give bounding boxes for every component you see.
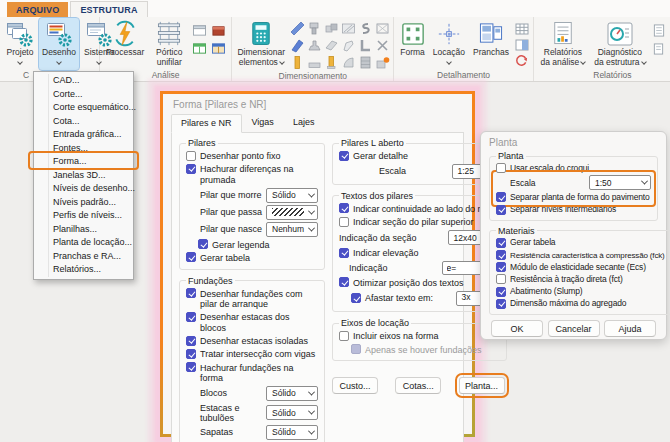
element-icon[interactable] bbox=[289, 55, 305, 70]
checkbox-label: Dimensão máxima do agregado bbox=[510, 299, 626, 309]
element-icon[interactable] bbox=[306, 38, 322, 53]
separar-planta-checkbox[interactable] bbox=[496, 192, 506, 202]
hachurar-prumada-checkbox[interactable] bbox=[186, 164, 196, 174]
afastar-texto-checkbox[interactable] bbox=[351, 293, 361, 303]
menu-item-corte-esquematico[interactable]: Corte esquemático... bbox=[34, 101, 133, 115]
estacas-isoladas-checkbox[interactable] bbox=[186, 336, 196, 346]
element-icon[interactable] bbox=[357, 21, 373, 36]
element-icon[interactable] bbox=[374, 55, 390, 70]
fck-checkbox[interactable] bbox=[496, 250, 506, 260]
menu-item-forma[interactable]: Forma... bbox=[34, 155, 133, 169]
ecs-checkbox[interactable] bbox=[496, 262, 506, 272]
processar-button[interactable]: Processar bbox=[103, 18, 147, 70]
agregado-checkbox[interactable] bbox=[496, 299, 506, 309]
menu-item-perfis-de-niveis[interactable]: Perfis de níveis... bbox=[34, 209, 133, 223]
portico-unifilar-button[interactable]: Pórtico unifilar bbox=[149, 18, 189, 70]
dimensionar-elementos-button[interactable]: Dimensionar elementos bbox=[235, 18, 287, 70]
pilar-que-morre-select[interactable]: Sólido bbox=[266, 188, 318, 203]
usar-escala-croqui-checkbox[interactable] bbox=[496, 163, 506, 173]
separar-niveis-checkbox[interactable] bbox=[496, 205, 506, 215]
element-icon[interactable] bbox=[323, 38, 339, 53]
pilar-que-passa-select[interactable] bbox=[266, 205, 318, 220]
incluir-eixos-checkbox[interactable] bbox=[339, 331, 349, 341]
element-icon[interactable] bbox=[374, 21, 390, 36]
element-icon[interactable] bbox=[323, 55, 339, 70]
pranchas-button[interactable]: Pranchas bbox=[470, 18, 512, 70]
ribbon-tab-strip: ARQUIVO ESTRUTURA bbox=[0, 0, 670, 17]
desenho-button[interactable]: Desenho bbox=[39, 18, 79, 70]
sapatas-select[interactable]: Sólido bbox=[266, 425, 318, 440]
planta-escala-select[interactable]: 1:50 bbox=[589, 175, 651, 190]
locacao-button[interactable]: Locação bbox=[430, 18, 468, 70]
element-icon[interactable] bbox=[289, 38, 305, 53]
continuidade-checkbox[interactable] bbox=[339, 203, 349, 213]
relatorios-analise-button[interactable]: Relatórios da análise bbox=[537, 18, 589, 70]
estacas-tubuloes-select[interactable]: Sólido bbox=[266, 405, 318, 420]
element-icon[interactable] bbox=[357, 55, 373, 70]
planta-ok-button[interactable]: OK bbox=[491, 320, 543, 337]
small-page-icon[interactable] bbox=[651, 41, 667, 56]
secao-superior-checkbox[interactable] bbox=[339, 217, 349, 227]
fct-checkbox[interactable] bbox=[496, 274, 506, 284]
fundacoes-legend: Fundações bbox=[186, 276, 235, 286]
green-table-icon[interactable] bbox=[191, 41, 207, 56]
pilar-que-nasce-select[interactable]: Nenhum bbox=[266, 222, 318, 237]
menu-item-cad[interactable]: CAD... bbox=[34, 74, 133, 88]
element-icon[interactable] bbox=[340, 55, 356, 70]
element-icon[interactable] bbox=[306, 55, 322, 70]
menu-item-cota[interactable]: Cota... bbox=[34, 115, 133, 129]
element-icon[interactable] bbox=[374, 38, 390, 53]
planta-ajuda-button[interactable]: Ajuda bbox=[604, 320, 656, 337]
page-icon[interactable] bbox=[651, 23, 667, 38]
interseccao-vigas-checkbox[interactable] bbox=[186, 349, 196, 359]
checkbox-label: Hachurar fundações na forma bbox=[200, 362, 318, 383]
element-icon[interactable] bbox=[340, 38, 356, 53]
tab-estrutura[interactable]: ESTRUTURA bbox=[70, 1, 147, 17]
menu-item-pranchas-e-ra[interactable]: Pranchas e RA... bbox=[34, 250, 133, 264]
element-icon[interactable] bbox=[357, 38, 373, 53]
grid-table-icon[interactable] bbox=[514, 21, 530, 36]
gerar-tabela-checkbox[interactable] bbox=[186, 252, 196, 262]
pilares-l-legend: Pilares L aberto bbox=[339, 138, 406, 148]
menu-item-corte[interactable]: Corte... bbox=[34, 88, 133, 102]
menu-item-planta-de-locacao[interactable]: Planta de locação... bbox=[34, 236, 133, 250]
gerar-legenda-checkbox[interactable] bbox=[198, 239, 208, 249]
element-icon[interactable] bbox=[340, 21, 356, 36]
menu-item-entrada-grafica[interactable]: Entrada gráfica... bbox=[34, 128, 133, 142]
element-icon[interactable] bbox=[306, 21, 322, 36]
desenhar-ponto-fixo-checkbox[interactable] bbox=[186, 151, 196, 161]
estacas-blocos-checkbox[interactable] bbox=[186, 312, 196, 322]
hachurar-fundacoes-checkbox[interactable] bbox=[186, 362, 196, 372]
blocos-select[interactable]: Sólido bbox=[266, 386, 318, 401]
tab-pilares-e-nr[interactable]: Pilares e NR bbox=[171, 114, 242, 133]
menu-item-niveis-de-desenho[interactable]: Níveis de desenho... bbox=[34, 182, 133, 196]
fundacoes-arranque-checkbox[interactable] bbox=[186, 288, 196, 298]
tab-vigas[interactable]: Vigas bbox=[243, 114, 283, 133]
menu-item-janelas-3d[interactable]: Janelas 3D... bbox=[34, 169, 133, 183]
results-window-icon[interactable] bbox=[191, 23, 207, 38]
forma-button[interactable]: Forma bbox=[397, 18, 428, 70]
load-table-icon[interactable] bbox=[210, 23, 226, 38]
materiais-gerar-tabela-checkbox[interactable] bbox=[496, 238, 506, 248]
cotas-button[interactable]: Cotas... bbox=[395, 377, 441, 394]
panel-icon[interactable] bbox=[514, 37, 530, 52]
indicar-elevacao-checkbox[interactable] bbox=[339, 248, 349, 258]
diagnostico-button[interactable]: Diagnóstico da estrutura bbox=[591, 18, 649, 70]
custo-button[interactable]: Custo... bbox=[332, 377, 378, 394]
projeto-button[interactable]: Projeto bbox=[3, 18, 37, 70]
otimizar-textos-checkbox[interactable] bbox=[339, 277, 349, 287]
element-icon[interactable] bbox=[323, 21, 339, 36]
menu-item-planilhas[interactable]: Planilhas... bbox=[34, 223, 133, 237]
menu-item-fontes[interactable]: Fontes... bbox=[34, 142, 133, 156]
menu-item-relatorios[interactable]: Relatórios... bbox=[34, 263, 133, 277]
tab-arquivo[interactable]: ARQUIVO bbox=[7, 2, 68, 17]
planta-cancelar-button[interactable]: Cancelar bbox=[548, 320, 600, 337]
gerar-detalhe-checkbox[interactable] bbox=[339, 151, 349, 161]
planta-button[interactable]: Planta... bbox=[459, 377, 505, 394]
refresh-icon[interactable] bbox=[514, 53, 530, 68]
element-icon[interactable] bbox=[289, 21, 305, 36]
menu-item-niveis-padrao[interactable]: Níveis padrão... bbox=[34, 196, 133, 210]
slump-checkbox[interactable] bbox=[496, 287, 506, 297]
combinations-table-icon[interactable] bbox=[210, 41, 226, 56]
tab-lajes[interactable]: Lajes bbox=[284, 114, 324, 133]
